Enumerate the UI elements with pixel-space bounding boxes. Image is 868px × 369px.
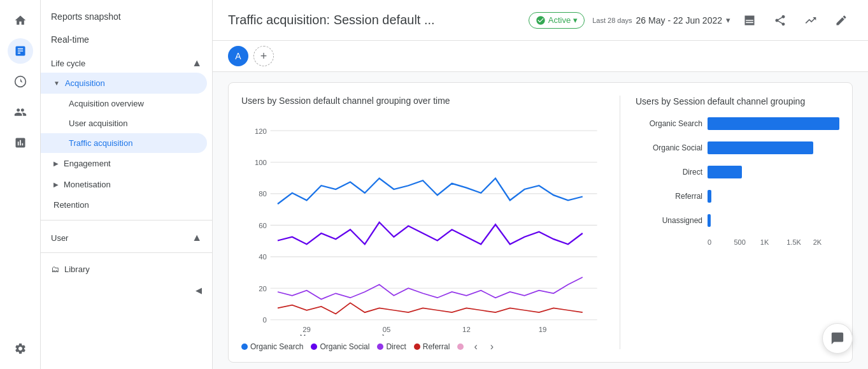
add-comparison-button[interactable]: +: [253, 46, 274, 66]
bar-track-referral: [708, 190, 839, 203]
line-chart-title: Users by Session default channel groupin…: [241, 96, 604, 106]
status-label: Active: [548, 15, 571, 25]
edit-button[interactable]: [830, 9, 853, 32]
main-content: Traffic acquisition: Session default ...…: [213, 0, 868, 369]
sub-header: A +: [213, 41, 868, 72]
sidebar-section-user[interactable]: User ▲: [41, 226, 212, 247]
date-dates: 26 May - 22 Jun 2022: [636, 15, 722, 25]
legend-label-direct: Direct: [386, 342, 406, 351]
bar-fill-direct: [708, 166, 742, 178]
legend-label-organic-social: Organic Social: [320, 342, 369, 351]
content-area: Users by Session default channel groupin…: [213, 72, 868, 369]
bar-x-tick-2k: 2K: [813, 238, 839, 246]
realtime-icon[interactable]: [8, 69, 33, 94]
bar-track-organic-social: [708, 141, 839, 154]
svg-text:0: 0: [263, 316, 267, 324]
sidebar-item-real-time[interactable]: Real-time: [41, 28, 212, 51]
sidebar-divider: [41, 220, 212, 221]
chevron-up-icon: ▲: [192, 57, 202, 69]
legend-next-arrow[interactable]: ›: [488, 341, 496, 352]
bar-row-direct: Direct: [636, 166, 839, 178]
library-folder-icon: 🗂: [51, 264, 59, 274]
svg-text:29: 29: [302, 326, 311, 333]
settings-icon[interactable]: [8, 336, 33, 361]
collapse-icon: ◀: [196, 286, 202, 295]
bar-chart-wrap: Organic Search Organic Social Direct: [636, 117, 839, 349]
sidebar-item-acquisition[interactable]: ▼ Acquisition: [41, 73, 207, 94]
bar-label-unassigned: Unassigned: [636, 216, 702, 225]
sidebar-collapse-button[interactable]: ◀: [41, 280, 212, 300]
bar-x-tick-1-5k: 1.5K: [786, 238, 813, 246]
bar-x-axis: 0 500 1K 1.5K 2K: [708, 238, 839, 246]
collapse-arrow-icon2: ▶: [53, 181, 59, 188]
sidebar-item-reports-snapshot[interactable]: Reports snapshot: [41, 5, 212, 28]
line-chart-svg: 120 100 80 60 40 20 0 29 May 05 Jun 12 1…: [241, 116, 604, 336]
bar-x-tick-1k: 1K: [760, 238, 786, 246]
sidebar-nav-label: Engagement: [64, 159, 111, 168]
bar-fill-organic-search: [708, 117, 839, 130]
sidebar-sub-item-user-acquisition[interactable]: User acquisition: [41, 113, 212, 133]
bar-track-organic-search: [708, 117, 839, 130]
bar-row-organic-search: Organic Search: [636, 117, 839, 130]
bar-label-referral: Referral: [636, 192, 702, 201]
icon-bar: [0, 0, 41, 369]
chart-divider: [620, 96, 620, 349]
svg-text:12: 12: [462, 326, 471, 333]
line-chart-wrap: 120 100 80 60 40 20 0 29 May 05 Jun 12 1…: [241, 116, 604, 336]
svg-text:05: 05: [383, 326, 391, 333]
bar-row-unassigned: Unassigned: [636, 214, 839, 227]
compare-button[interactable]: [799, 9, 822, 32]
legend-dot-organic-social: [311, 344, 317, 350]
share-button[interactable]: [769, 9, 792, 32]
sidebar-sub-item-traffic-acquisition[interactable]: Traffic acquisition: [41, 133, 207, 153]
sidebar-item-engagement[interactable]: ▶ Engagement: [41, 153, 212, 174]
legend-label-referral: Referral: [423, 342, 450, 351]
bar-fill-unassigned: [708, 214, 711, 227]
legend-dot-other: [457, 344, 464, 350]
svg-text:40: 40: [259, 253, 267, 261]
sidebar-item-retention[interactable]: Retention: [41, 195, 212, 215]
legend-item-organic-search: Organic Search: [241, 342, 303, 351]
home-icon[interactable]: [8, 8, 33, 33]
sidebar-sub-item-acquisition-overview[interactable]: Acquisition overview: [41, 94, 212, 113]
legend-dot-organic-search: [241, 344, 248, 350]
audience-icon[interactable]: [8, 99, 33, 125]
table-view-button[interactable]: [738, 9, 761, 32]
bar-track-unassigned: [708, 214, 839, 227]
line-chart-section: Users by Session default channel groupin…: [241, 96, 604, 349]
chevron-up-icon2: ▲: [192, 232, 202, 243]
legend-item-organic-social: Organic Social: [311, 342, 369, 351]
date-range-selector[interactable]: Last 28 days 26 May - 22 Jun 2022 ▾: [592, 15, 730, 25]
legend-label-organic-search: Organic Search: [250, 342, 303, 351]
library-label: Library: [64, 264, 90, 274]
legend-item-direct: Direct: [377, 342, 406, 351]
bar-fill-organic-social: [708, 141, 813, 154]
sidebar-section-label: Life cycle: [51, 59, 85, 68]
bar-chart-section: Users by Session default channel groupin…: [636, 96, 839, 349]
charts-container: Users by Session default channel groupin…: [228, 82, 853, 363]
header-actions: [738, 9, 853, 32]
bar-x-tick-0: 0: [708, 238, 734, 246]
status-dropdown-icon: ▾: [573, 15, 578, 25]
analytics-icon[interactable]: [8, 38, 33, 64]
sidebar-divider2: [41, 252, 212, 253]
bar-row-organic-social: Organic Social: [636, 141, 839, 154]
legend-item-other: [457, 344, 464, 350]
reports-icon[interactable]: [8, 130, 33, 156]
sidebar-section-lifecycle[interactable]: Life cycle ▲: [41, 51, 212, 73]
date-period: Last 28 days: [592, 17, 632, 24]
svg-text:120: 120: [255, 127, 267, 135]
sidebar-section-user-label: User: [51, 233, 68, 243]
svg-text:20: 20: [259, 285, 267, 293]
sidebar-item-monetisation[interactable]: ▶ Monetisation: [41, 174, 212, 195]
svg-text:May: May: [300, 333, 314, 336]
legend: Organic Search Organic Social Direct Ref…: [241, 341, 604, 352]
bar-x-tick-500: 500: [734, 238, 760, 246]
bar-label-organic-search: Organic Search: [636, 119, 702, 128]
expand-arrow-icon: ▼: [53, 80, 60, 87]
legend-prev-arrow[interactable]: ‹: [471, 341, 480, 352]
status-badge[interactable]: Active ▾: [529, 12, 585, 29]
chat-fab-button[interactable]: [822, 323, 853, 354]
bar-fill-referral: [708, 190, 711, 203]
sidebar-library[interactable]: 🗂 Library: [41, 258, 212, 280]
